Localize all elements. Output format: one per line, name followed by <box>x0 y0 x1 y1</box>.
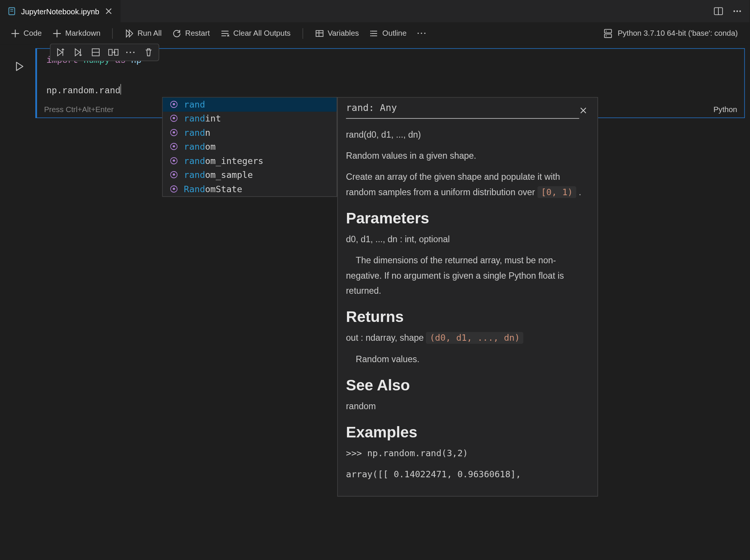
restart-button[interactable]: Restart <box>169 26 214 41</box>
cell-more-actions-icon[interactable]: ··· <box>124 46 137 59</box>
suggest-item[interactable]: ⦿ rand <box>163 97 337 112</box>
doc-params-desc: The dimensions of the returned array, mu… <box>346 253 589 299</box>
plus-icon <box>52 29 62 38</box>
outline-button[interactable]: Outline <box>366 26 410 41</box>
toolbar-overflow-icon[interactable]: ··· <box>414 26 430 40</box>
tab-bar: JupyterNotebook.ipynb <box>0 0 750 22</box>
symbol-method-icon: ⦿ <box>168 184 179 194</box>
doc-description: Create an array of the given shape and p… <box>346 169 589 200</box>
doc-divider <box>346 118 579 119</box>
notebook-file-icon <box>7 6 17 16</box>
kernel-picker-button[interactable]: Python 3.7.10 64-bit ('base': conda) <box>598 26 742 41</box>
restart-label: Restart <box>185 29 210 38</box>
svg-point-5 <box>733 11 735 12</box>
toolbar-separator <box>112 28 113 38</box>
server-icon <box>602 28 613 38</box>
symbol-method-icon: ⦿ <box>168 99 179 110</box>
run-above-icon[interactable] <box>54 46 67 59</box>
doc-seealso: random <box>346 398 589 414</box>
doc-heading-examples: Examples <box>346 424 589 440</box>
run-all-icon <box>124 29 134 38</box>
variables-button[interactable]: Variables <box>311 26 362 41</box>
suggest-item[interactable]: ⦿ randn <box>163 126 337 140</box>
split-editor-icon[interactable] <box>712 5 725 18</box>
svg-point-16 <box>605 30 606 32</box>
doc-call: rand(d0, d1, ..., dn) <box>346 127 589 143</box>
svg-rect-2 <box>10 11 13 12</box>
svg-rect-15 <box>604 34 611 37</box>
intellisense-doc-panel[interactable]: rand: Any rand(d0, d1, ..., dn) Random v… <box>337 97 598 497</box>
doc-returns-desc: Random values. <box>346 351 589 367</box>
svg-point-6 <box>736 11 738 12</box>
doc-signature: rand: Any <box>346 102 397 118</box>
delete-cell-icon[interactable] <box>142 46 155 59</box>
split-cell-icon[interactable] <box>89 46 102 59</box>
intellisense-suggest[interactable]: ⦿ rand ⦿ randint ⦿ randn ⦿ random ⦿ ra <box>162 97 337 197</box>
suggest-item[interactable]: ⦿ random_sample <box>163 168 337 182</box>
svg-rect-20 <box>109 49 112 55</box>
variables-label: Variables <box>327 29 359 38</box>
tab-title: JupyterNotebook.ipynb <box>21 7 99 15</box>
doc-example-line: array([[ 0.14022471, 0.96360618], <box>346 467 589 482</box>
doc-heading-seealso: See Also <box>346 377 589 393</box>
symbol-method-icon: ⦿ <box>168 170 179 181</box>
outline-icon <box>370 29 379 38</box>
doc-summary: Random values in a given shape. <box>346 148 589 164</box>
doc-example-line: >>> np.random.rand(3,2) <box>346 445 589 461</box>
add-code-cell-button[interactable]: Code <box>7 26 45 41</box>
svg-rect-1 <box>10 9 13 10</box>
restart-icon <box>172 29 182 38</box>
svg-point-7 <box>739 11 741 12</box>
close-doc-icon[interactable] <box>577 104 589 116</box>
svg-point-17 <box>605 35 606 36</box>
suggest-item[interactable]: ⦿ RandomState <box>163 182 337 196</box>
doc-code-chip: (d0, d1, ..., dn) <box>426 332 524 344</box>
doc-params-types: d0, d1, ..., dn : int, optional <box>346 232 589 247</box>
svg-point-11 <box>370 30 371 32</box>
plus-icon <box>11 29 20 38</box>
run-all-button[interactable]: Run All <box>121 26 165 41</box>
symbol-method-icon: ⦿ <box>168 114 179 124</box>
run-cell-icon[interactable] <box>14 61 25 72</box>
close-tab-icon[interactable] <box>104 6 114 16</box>
add-markdown-label: Markdown <box>65 29 101 38</box>
svg-rect-14 <box>604 29 611 32</box>
run-all-label: Run All <box>138 29 162 38</box>
symbol-method-icon: ⦿ <box>168 142 179 152</box>
clear-outputs-label: Clear All Outputs <box>233 29 291 38</box>
suggest-item[interactable]: ⦿ random <box>163 140 337 154</box>
outline-label: Outline <box>382 29 406 38</box>
svg-point-13 <box>370 35 371 36</box>
suggest-item[interactable]: ⦿ random_integers <box>163 154 337 168</box>
change-cell-type-icon[interactable] <box>107 46 120 59</box>
symbol-method-icon: ⦿ <box>168 127 179 138</box>
kernel-label: Python 3.7.10 64-bit ('base': conda) <box>618 29 738 38</box>
doc-code-chip: [0, 1) <box>538 186 576 198</box>
notebook-toolbar: Code Markdown Run All Restart Clear All … <box>0 22 750 44</box>
doc-body: rand(d0, d1, ..., dn) Random values in a… <box>346 127 589 482</box>
clear-outputs-button[interactable]: Clear All Outputs <box>217 26 294 41</box>
cell-toolbar: ··· <box>50 44 159 61</box>
doc-heading-returns: Returns <box>346 309 589 325</box>
text-cursor <box>120 84 121 94</box>
more-actions-icon[interactable] <box>731 5 744 18</box>
add-code-label: Code <box>24 29 42 38</box>
notebook-cells-container: ··· import numpy as np np.random.rand Pr… <box>0 45 750 118</box>
editor-actions <box>706 0 750 22</box>
doc-returns: out : ndarray, shape (d0, d1, ..., dn) <box>346 330 589 346</box>
tab-jupyter-notebook[interactable]: JupyterNotebook.ipynb <box>0 0 121 22</box>
svg-point-12 <box>370 33 371 34</box>
code-line: np.random.rand <box>46 87 120 97</box>
doc-heading-parameters: Parameters <box>346 210 589 226</box>
svg-rect-8 <box>316 30 323 36</box>
toolbar-separator <box>302 28 303 38</box>
clear-outputs-icon <box>220 29 230 38</box>
cell-language-button[interactable]: Python <box>714 105 737 114</box>
suggest-item[interactable]: ⦿ randint <box>163 112 337 126</box>
add-markdown-cell-button[interactable]: Markdown <box>49 26 104 41</box>
run-below-icon[interactable] <box>72 46 85 59</box>
symbol-method-icon: ⦿ <box>168 156 179 166</box>
variables-icon <box>315 29 324 38</box>
cell-hint: Press Ctrl+Alt+Enter <box>44 105 114 114</box>
